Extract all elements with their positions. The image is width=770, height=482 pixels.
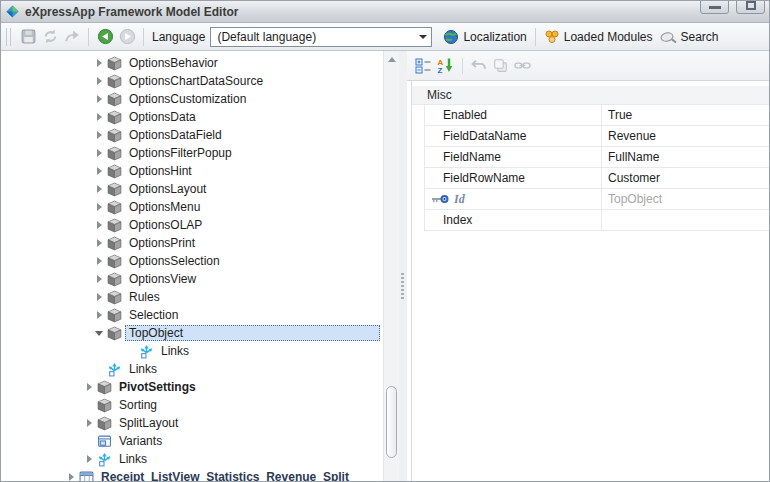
export-button [61,26,83,48]
property-name[interactable]: FieldRowName [425,168,602,188]
expander-icon[interactable] [93,149,105,157]
tree-item-topobject[interactable]: TopObject [1,324,383,342]
tree-item-optionslayout[interactable]: OptionsLayout [1,180,383,198]
language-select[interactable]: (Default language) [210,27,432,47]
expander-icon[interactable] [93,167,105,175]
property-name[interactable]: Index [425,210,602,230]
toolbar-separator [88,28,89,46]
property-name-label: Id [454,192,465,207]
localization-button[interactable]: Localization [440,27,529,47]
tree-item-optionschartdatasource[interactable]: OptionsChartDataSource [1,72,383,90]
expander-icon[interactable] [93,275,105,283]
expander-icon[interactable] [83,383,95,391]
cube-icon [106,199,122,215]
property-row-fielddataname[interactable]: FieldDataNameRevenue [424,126,769,147]
property-value[interactable]: Revenue [602,126,769,146]
page-title: eXpressApp Framework Model Editor [25,5,238,19]
expander-icon[interactable] [93,331,105,336]
toolbar-grip[interactable] [6,28,11,46]
categorized-button[interactable] [413,55,434,76]
tree-item-links[interactable]: Links [1,360,383,378]
triangle-up-icon [388,57,396,62]
tree-item-optionshint[interactable]: OptionsHint [1,162,383,180]
property-row-id[interactable]: IdTopObject [424,189,769,210]
language-select-value: (Default language) [211,30,415,44]
expander-icon[interactable] [93,203,105,211]
search-button[interactable]: Search [656,28,722,46]
property-name[interactable]: FieldName [425,147,602,167]
cube-icon [106,217,122,233]
tree-item-optionsprint[interactable]: OptionsPrint [1,234,383,252]
expander-icon[interactable] [93,293,105,301]
tree-item-sorting[interactable]: Sorting [1,396,383,414]
expander-icon[interactable] [93,131,105,139]
expander-icon[interactable] [93,239,105,247]
property-row-fieldname[interactable]: FieldNameFullName [424,147,769,168]
panel-splitter[interactable] [399,51,407,482]
tree-item-optionscustomization[interactable]: OptionsCustomization [1,90,383,108]
back-icon [97,28,114,45]
expander-icon[interactable] [93,95,105,103]
property-name[interactable]: Enabled [425,105,602,125]
tree-item-label: OptionsOLAP [125,217,206,233]
property-value[interactable] [602,210,769,230]
maximize-button[interactable] [736,0,765,14]
property-value[interactable]: FullName [602,147,769,167]
tree-item-optionsolap[interactable]: OptionsOLAP [1,216,383,234]
property-name[interactable]: Id [425,189,602,209]
loaded-modules-label: Loaded Modules [564,30,653,44]
forward-button [116,26,138,48]
scrollbar-thumb[interactable] [386,386,397,458]
property-name[interactable]: FieldDataName [425,126,602,146]
tree-item-selection[interactable]: Selection [1,306,383,324]
tree-item-splitlayout[interactable]: SplitLayout [1,414,383,432]
tree-item-optionsdata[interactable]: OptionsData [1,108,383,126]
tree-item-optionsselection[interactable]: OptionsSelection [1,252,383,270]
property-value[interactable]: Customer [602,168,769,188]
expander-icon[interactable] [93,221,105,229]
tree-item-label: OptionsDataField [125,127,226,143]
tree-item-label: PivotSettings [115,379,200,395]
tree-item-label: Sorting [115,397,161,413]
expander-icon[interactable] [93,113,105,121]
sort-az-button[interactable]: AZ [435,55,456,76]
tree-item-receipt_listview_statistics_revenue_split[interactable]: Receipt_ListView_Statistics_Revenue_Spli… [1,468,383,482]
toolbar-separator [535,28,536,46]
minimize-button[interactable] [700,0,729,14]
tree-item-optionsfilterpopup[interactable]: OptionsFilterPopup [1,144,383,162]
save-button [17,26,39,48]
expander-icon[interactable] [93,59,105,67]
expander-icon[interactable] [93,77,105,85]
property-value[interactable]: True [602,105,769,125]
expander-icon[interactable] [93,185,105,193]
tree-item-pivotsettings[interactable]: PivotSettings [1,378,383,396]
tree-item-optionsdatafield[interactable]: OptionsDataField [1,126,383,144]
tree-scrollbar[interactable] [383,51,399,482]
loaded-modules-button[interactable]: Loaded Modules [541,27,656,47]
export-icon [64,28,81,45]
property-row-index[interactable]: Index [424,210,769,231]
scroll-up-button[interactable] [384,51,399,67]
category-row-misc[interactable]: Misc [412,86,769,105]
back-button[interactable] [94,26,116,48]
cube-icon [106,271,122,287]
expander-icon[interactable] [93,311,105,319]
property-toolbar: AZ [407,51,769,81]
expander-icon[interactable] [83,455,95,463]
tree-item-variants[interactable]: Variants [1,432,383,450]
tree-item-links[interactable]: Links [1,342,383,360]
property-grid: Misc EnabledTrueFieldDataNameRevenueFiel… [411,81,769,482]
tree-item-optionsbehavior[interactable]: OptionsBehavior [1,54,383,72]
expander-icon[interactable] [83,419,95,427]
property-row-fieldrowname[interactable]: FieldRowNameCustomer [424,168,769,189]
tree-item-optionsview[interactable]: OptionsView [1,270,383,288]
property-row-enabled[interactable]: EnabledTrue [424,105,769,126]
tree-item-rules[interactable]: Rules [1,288,383,306]
tree-item-links[interactable]: Links [1,450,383,468]
undo-button [468,55,489,76]
tree-item-optionsmenu[interactable]: OptionsMenu [1,198,383,216]
expander-icon[interactable] [93,257,105,265]
toolbar-separator [143,28,144,46]
cube-icon [106,127,122,143]
expander-icon[interactable] [65,473,77,481]
